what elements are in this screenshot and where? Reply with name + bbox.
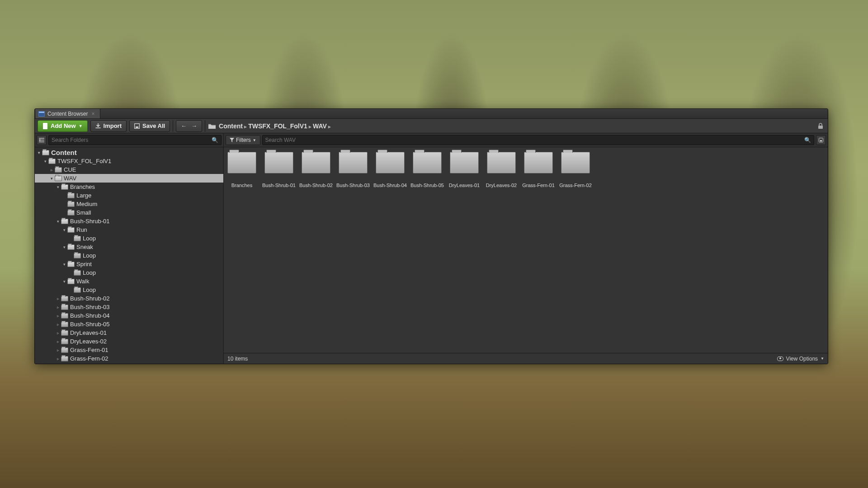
folder-icon: [61, 296, 68, 301]
folder-icon: [61, 347, 68, 353]
asset-item[interactable]: DryLeaves-01: [450, 152, 479, 188]
tree-expander-icon[interactable]: ▾: [62, 245, 66, 249]
tree-expander-icon[interactable]: ▹: [56, 331, 60, 335]
back-button[interactable]: ←: [179, 122, 189, 129]
sources-toggle-button[interactable]: [37, 135, 47, 145]
asset-search-input[interactable]: [265, 137, 804, 143]
svg-rect-2: [39, 113, 44, 114]
tree-row[interactable]: ▹DryLeaves-02: [35, 337, 223, 346]
tree-row[interactable]: ▾Sneak: [35, 243, 223, 251]
folder-icon: [61, 184, 68, 190]
asset-item[interactable]: DryLeaves-02: [487, 152, 516, 188]
tree-row[interactable]: ▾TWSFX_FOL_FolV1: [35, 157, 223, 165]
tree-label: Medium: [76, 201, 97, 207]
tree-expander-icon[interactable]: ▹: [56, 314, 60, 318]
tree-row[interactable]: ▹Bush-Shrub-02: [35, 294, 223, 303]
folder-icon: [55, 176, 62, 181]
breadcrumb-segment[interactable]: WAV: [313, 122, 327, 130]
tree-expander-icon[interactable]: ▹: [56, 305, 60, 310]
body-split: 🔍 ▾Content▾TWSFX_FOL_FolV1▹CUE▾WAV▾Branc…: [35, 133, 828, 364]
folder-icon: [61, 356, 68, 361]
tree-expander-icon[interactable]: ▾: [62, 228, 66, 232]
breadcrumb-segment[interactable]: TWSFX_FOL_FolV1: [248, 122, 307, 130]
tree-row[interactable]: Loop: [35, 251, 223, 260]
svg-rect-3: [39, 115, 44, 116]
asset-item[interactable]: Bush-Shrub-01: [264, 152, 293, 188]
asset-grid[interactable]: BranchesBush-Shrub-01Bush-Shrub-02Bush-S…: [224, 147, 828, 353]
asset-item[interactable]: Bush-Shrub-03: [339, 152, 368, 188]
tree-expander-icon[interactable]: ▾: [62, 262, 66, 267]
tree-label: Walk: [76, 278, 89, 285]
tree-row[interactable]: Small: [35, 208, 223, 217]
tree-row[interactable]: Large: [35, 191, 223, 200]
folder-icon: [339, 152, 368, 174]
view-options-button[interactable]: View Options ▼: [777, 356, 824, 362]
forward-button[interactable]: →: [189, 122, 199, 129]
tree-expander-icon[interactable]: ▹: [56, 348, 60, 352]
tree-row[interactable]: ▹Bush-Shrub-05: [35, 320, 223, 328]
filters-button[interactable]: Filters ▼: [226, 135, 260, 145]
tree-expander-icon[interactable]: ▹: [56, 322, 60, 327]
tree-row[interactable]: Loop: [35, 286, 223, 294]
folder-open-icon[interactable]: [208, 123, 216, 129]
asset-item[interactable]: Bush-Shrub-02: [302, 152, 330, 188]
asset-item[interactable]: Grass-Fern-02: [561, 152, 590, 188]
tree-row[interactable]: Loop: [35, 268, 223, 277]
tree-expander-icon[interactable]: ▾: [37, 150, 41, 155]
folder-icon: [264, 152, 293, 174]
tree-expander-icon[interactable]: ▹: [49, 168, 54, 172]
tree-expander-icon[interactable]: ▹: [56, 339, 60, 344]
tree-row[interactable]: ▾Run: [35, 225, 223, 234]
tree-expander-icon[interactable]: ▾: [49, 176, 54, 181]
add-new-button[interactable]: Add New ▼: [38, 120, 88, 132]
folder-icon: [61, 313, 68, 319]
window-tab[interactable]: Content Browser ×: [36, 109, 100, 118]
asset-item[interactable]: Grass-Fern-01: [524, 152, 553, 188]
tree-expander-icon[interactable]: ▾: [56, 185, 60, 189]
titlebar: Content Browser ×: [35, 109, 828, 119]
eye-icon: [777, 357, 783, 361]
tree-expander-icon[interactable]: ▹: [56, 296, 60, 301]
tree-label: Bush-Shrub-04: [70, 312, 109, 319]
tree-search-box[interactable]: 🔍: [48, 135, 222, 145]
tree-row[interactable]: ▹Grass-Fern-02: [35, 354, 223, 363]
tree-row[interactable]: ▾Walk: [35, 277, 223, 286]
tree-row[interactable]: ▾Branches: [35, 183, 223, 191]
asset-item[interactable]: Bush-Shrub-04: [376, 152, 405, 188]
tree-row[interactable]: ▹DryLeaves-01: [35, 328, 223, 337]
tree-row[interactable]: Loop: [35, 234, 223, 243]
asset-item[interactable]: Branches: [227, 152, 256, 188]
tree-row[interactable]: ▾Bush-Shrub-01: [35, 217, 223, 225]
tree-row[interactable]: ▾Sprint: [35, 260, 223, 268]
chevron-right-icon: ▸: [307, 124, 313, 129]
save-icon: [134, 123, 140, 129]
tree-row[interactable]: ▹CUE: [35, 165, 223, 174]
tree-row[interactable]: ▾Content: [35, 148, 223, 157]
tree-label: Content: [51, 149, 77, 156]
add-new-label: Add New: [51, 122, 76, 129]
folder-icon: [61, 339, 68, 344]
tree-expander-icon[interactable]: ▾: [43, 159, 47, 164]
asset-item[interactable]: Bush-Shrub-05: [413, 152, 442, 188]
breadcrumb-segment[interactable]: Content: [219, 122, 243, 130]
folder-icon: [61, 322, 68, 327]
tree-row[interactable]: ▹Bush-Shrub-03: [35, 303, 223, 311]
tree-row[interactable]: ▹Bush-Shrub-04: [35, 311, 223, 320]
save-all-button[interactable]: Save All: [129, 120, 170, 132]
tree-expander-icon[interactable]: ▾: [62, 279, 66, 284]
svg-rect-7: [818, 126, 823, 129]
tree-row[interactable]: ▾WAV: [35, 174, 223, 183]
tree-row[interactable]: ▹Grass-Fern-01: [35, 346, 223, 354]
folder-tree[interactable]: ▾Content▾TWSFX_FOL_FolV1▹CUE▾WAV▾Branche…: [35, 147, 223, 364]
import-button[interactable]: Import: [90, 120, 127, 132]
lock-icon[interactable]: [816, 123, 825, 129]
asset-search-box[interactable]: 🔍: [262, 135, 814, 145]
tree-search-input[interactable]: [52, 137, 212, 143]
search-icon: 🔍: [804, 137, 811, 143]
tree-expander-icon[interactable]: ▹: [56, 357, 60, 361]
tree-expander-icon[interactable]: ▾: [56, 219, 60, 224]
close-icon[interactable]: ×: [90, 111, 95, 117]
save-search-button[interactable]: [816, 135, 826, 145]
folder-icon: [61, 330, 68, 336]
tree-row[interactable]: Medium: [35, 200, 223, 208]
